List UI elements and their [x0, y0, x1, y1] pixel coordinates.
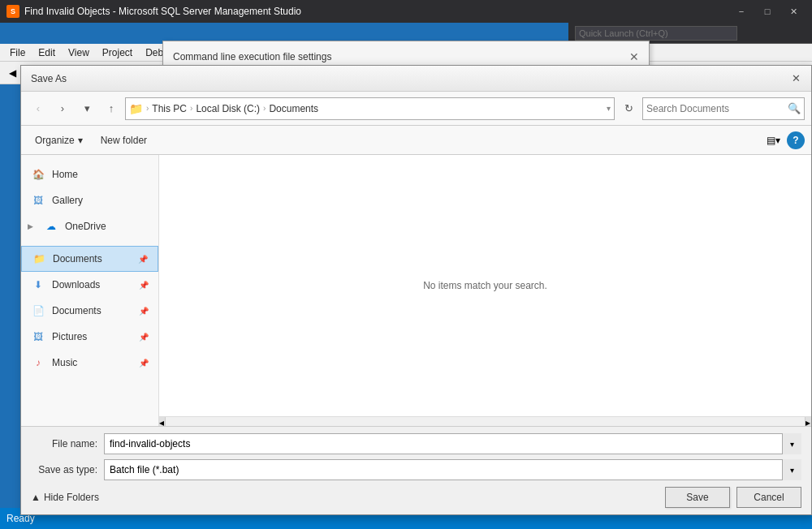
cmd-dialog-close-button[interactable]: ✕: [629, 50, 639, 63]
sidebar-item-onedrive[interactable]: ▶ ☁ OneDrive: [21, 213, 158, 239]
savetype-input-wrapper: ▾: [104, 459, 801, 480]
organize-button[interactable]: Organize ▾: [28, 130, 90, 151]
content-wrapper: No items match your search. ◂ ▸: [159, 155, 811, 426]
filename-label: File name:: [31, 438, 104, 449]
file-toolbar: Organize ▾ New folder ▤ ▾ ?: [21, 126, 811, 155]
address-bar-chevron[interactable]: ▾: [607, 104, 611, 113]
sidebar-item-onedrive-label: OneDrive: [65, 221, 106, 232]
content-hscrollbar[interactable]: ◂ ▸: [159, 416, 811, 426]
sidebar-item-music[interactable]: ♪ Music 📌: [21, 350, 158, 376]
savetype-dropdown-arrow[interactable]: ▾: [782, 459, 801, 480]
sidebar-item-documents-2-label: Documents: [52, 305, 102, 316]
hscrollbar-left-btn[interactable]: ◂: [159, 417, 166, 426]
breadcrumb-documents[interactable]: Documents: [269, 103, 318, 114]
sidebar: 🏠 Home 🖼 Gallery ▶ ☁ OneDrive 📁 Document…: [21, 155, 159, 426]
help-button[interactable]: ?: [787, 131, 805, 149]
menu-project[interactable]: Project: [96, 45, 139, 60]
breadcrumb-sep-1: ›: [190, 104, 192, 113]
new-folder-button[interactable]: New folder: [93, 130, 154, 151]
breadcrumb-sep-0: ›: [146, 104, 149, 113]
sidebar-item-music-label: Music: [52, 357, 77, 368]
action-row: ▲ Hide Folders Save Cancel: [31, 487, 801, 508]
sidebar-item-documents-active[interactable]: 📁 Documents 📌: [21, 246, 158, 272]
sidebar-item-pictures-label: Pictures: [52, 331, 87, 342]
maximize-button[interactable]: □: [755, 3, 780, 19]
action-buttons: Save Cancel: [665, 487, 801, 508]
filename-input[interactable]: [104, 433, 801, 454]
hide-folders-button[interactable]: ▲ Hide Folders: [31, 492, 99, 503]
music-icon: ♪: [31, 355, 45, 370]
documents-2-icon: 📄: [31, 303, 45, 318]
save-button[interactable]: Save: [665, 487, 730, 508]
nav-up-button[interactable]: ↑: [101, 98, 122, 119]
sidebar-item-downloads[interactable]: ⬇ Downloads 📌: [21, 272, 158, 298]
onedrive-expand-icon[interactable]: ▶: [28, 222, 37, 230]
organize-arrow-icon: ▾: [78, 135, 83, 146]
view-icon: ▤: [767, 135, 775, 146]
search-input[interactable]: [646, 103, 788, 114]
breadcrumb-thispc[interactable]: This PC: [152, 103, 187, 114]
menu-view[interactable]: View: [62, 45, 96, 60]
refresh-button[interactable]: ↻: [618, 98, 639, 119]
hscrollbar-track: [166, 417, 805, 426]
save-as-dialog: Save As ✕ ‹ › ▾ ↑ 📁 › This PC › Local Di…: [20, 65, 812, 515]
ssms-titlebar: S Find Invalid Objects - Microsoft SQL S…: [0, 0, 812, 23]
filename-row: File name: ▾: [31, 433, 801, 454]
titlebar-left: S Find Invalid Objects - Microsoft SQL S…: [6, 5, 301, 18]
view-arrow-icon: ▾: [775, 135, 780, 146]
dialog-titlebar: Save As ✕: [21, 66, 811, 92]
ssms-icon: S: [6, 5, 19, 18]
sidebar-item-documents-active-label: Documents: [53, 253, 102, 264]
filename-input-wrapper: ▾: [104, 433, 801, 454]
hide-folders-label: Hide Folders: [44, 492, 99, 503]
dialog-close-button[interactable]: ✕: [787, 71, 805, 87]
toolbar-btn-1[interactable]: ◀: [3, 64, 21, 82]
cancel-button[interactable]: Cancel: [736, 487, 801, 508]
documents-active-icon: 📁: [32, 252, 46, 266]
quick-launch-input[interactable]: [575, 26, 737, 41]
cmd-dialog-title: Command line execution file settings: [173, 51, 331, 62]
menu-edit[interactable]: Edit: [32, 45, 62, 60]
savetype-label: Save as type:: [31, 464, 104, 475]
savetype-row: Save as type: ▾: [31, 459, 801, 480]
savetype-input[interactable]: [104, 459, 801, 480]
documents-active-pin-icon: 📌: [138, 255, 148, 264]
downloads-pin-icon: 📌: [139, 281, 149, 290]
address-bar[interactable]: 📁 › This PC › Local Disk (C:) › Document…: [125, 97, 615, 120]
breadcrumb-localdisk[interactable]: Local Disk (C:): [196, 103, 260, 114]
dialog-footer: File name: ▾ Save as type: ▾ ▲ Hide Fold…: [21, 426, 811, 514]
sidebar-item-home[interactable]: 🏠 Home: [21, 161, 158, 187]
sidebar-item-gallery[interactable]: 🖼 Gallery: [21, 187, 158, 213]
sidebar-item-pictures[interactable]: 🖼 Pictures 📌: [21, 324, 158, 350]
search-icon[interactable]: 🔍: [788, 102, 801, 114]
ssms-title: Find Invalid Objects - Microsoft SQL Ser…: [24, 6, 301, 17]
address-folder-icon: 📁: [129, 102, 143, 115]
nav-forward-button[interactable]: ›: [52, 98, 73, 119]
hscrollbar-right-btn[interactable]: ▸: [805, 417, 811, 426]
titlebar-controls: − □ ✕: [729, 3, 806, 19]
hide-folders-arrow-icon: ▲: [31, 492, 41, 503]
sidebar-gap: [21, 239, 158, 246]
minimize-button[interactable]: −: [729, 3, 754, 19]
pictures-icon: 🖼: [31, 329, 45, 344]
pictures-pin-icon: 📌: [139, 333, 149, 342]
onedrive-icon: ☁: [44, 219, 58, 234]
home-icon: 🏠: [31, 167, 45, 182]
dialog-body: 🏠 Home 🖼 Gallery ▶ ☁ OneDrive 📁 Document…: [21, 155, 811, 426]
sidebar-item-home-label: Home: [52, 169, 78, 180]
nav-bar: ‹ › ▾ ↑ 📁 › This PC › Local Disk (C:) › …: [21, 92, 811, 126]
sidebar-item-downloads-label: Downloads: [52, 279, 100, 290]
filename-dropdown-arrow[interactable]: ▾: [782, 433, 801, 454]
downloads-icon: ⬇: [31, 277, 45, 292]
nav-back-button[interactable]: ‹: [28, 98, 49, 119]
view-button[interactable]: ▤ ▾: [762, 130, 784, 151]
dialog-title: Save As: [31, 73, 67, 84]
content-area: No items match your search.: [159, 155, 811, 416]
ssms-close-button[interactable]: ✕: [781, 3, 806, 19]
breadcrumb-sep-2: ›: [263, 104, 266, 113]
empty-message: No items match your search.: [423, 280, 547, 291]
documents-2-pin-icon: 📌: [139, 307, 149, 316]
sidebar-item-documents-2[interactable]: 📄 Documents 📌: [21, 298, 158, 324]
nav-dropdown-button[interactable]: ▾: [76, 98, 97, 119]
menu-file[interactable]: File: [3, 45, 32, 60]
